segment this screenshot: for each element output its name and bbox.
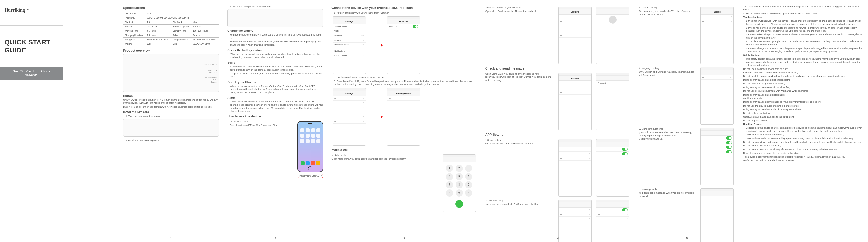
iphone-home-illustration <box>298 121 323 172</box>
row-hotspot: Personal Hotspot <box>334 44 349 46</box>
dial-contacts-p2: Open More Card, select the The contact a… <box>485 10 555 13</box>
ts-5: 5. Can not charge the device: Check the … <box>746 47 864 53</box>
selfie-heading: Selfie <box>227 61 323 64</box>
page-number: 5 <box>686 237 687 240</box>
label-camera: Camera button <box>123 63 217 65</box>
phone-title-settings: Settings <box>333 91 366 96</box>
spec-cell: Weight <box>123 42 145 46</box>
spec-cell: MTK <box>145 11 219 16</box>
handling-4: Do not use the device at a refueling; <box>743 144 864 147</box>
hotspot-state: Off <box>362 44 364 46</box>
safety-2: Do not touch the power cord with wet han… <box>743 75 864 78</box>
brand-header: Hurriking™ <box>0 0 63 26</box>
row-control-center: Control Center <box>334 55 347 57</box>
charge-p1: You need charge the battery if you used … <box>230 33 323 40</box>
phone-sound-screenshot: —› —› —› —› <box>558 139 592 197</box>
more-config-p: you could also set alert when lost, beep… <box>639 131 697 140</box>
camera-setting-p: Open camera, you could selfie With the "… <box>639 10 697 16</box>
phone-title-bt: Bluetooth <box>387 19 420 24</box>
button-heading: Button <box>123 94 219 97</box>
phone-title: Settings <box>333 19 366 24</box>
phone-privacy2-screenshot: — —› —› <box>596 200 629 242</box>
search-phones-p1: When device connected with iPhone, iPad … <box>230 84 323 94</box>
handling-3: Do not use your device in the case may b… <box>743 141 864 144</box>
language-setting-title: 4.Language setting: <box>639 67 697 70</box>
safety-4: Do not bend or damage the power cord; <box>743 82 864 85</box>
troubleshoot-heading: Troubleshooting: <box>743 16 762 19</box>
banner-line2: SM-9001 <box>1 74 62 77</box>
button-p1: On/Off Switch: Press the button for 4S t… <box>123 98 219 105</box>
spec-cell: iPhone\iPod\ iPod Tuch <box>191 38 219 42</box>
spec-cell: iPhone and Valuables <box>145 38 171 42</box>
phone-app-settings-screenshot: Settings —› —› —› —› —› —› <box>333 88 366 146</box>
phone-contact-detail-screenshot: — — <box>596 7 629 64</box>
spec-cell: Lithium ion <box>145 25 171 29</box>
app-setting-heading: APP Setting <box>485 133 630 136</box>
safety-1: Insecure connection can cause electric s… <box>743 71 864 74</box>
install-sim-step1: 1. Take out card pocket with a pin. <box>126 114 219 117</box>
phone-settings-screenshot: Settings Airplane Mode○ Wi-Fi› Bluetooth… <box>333 16 366 74</box>
spec-cell: Bluetooth <box>123 20 145 25</box>
label-led: LED <box>123 78 217 81</box>
cover-panel: Hurriking™ QUICK START GUIDE Dual SimCar… <box>0 0 63 242</box>
phone-msg-reply-screenshot: — — — <box>700 188 734 242</box>
dialpad: 123 456 789 *0# <box>443 162 475 199</box>
ts-2: 2. Phone has connected with device but t… <box>746 26 864 33</box>
spec-cell: 100~120 Hours <box>191 29 219 33</box>
connect-p3: 3. Open More Card APP, More Card will re… <box>334 80 476 86</box>
label-charge: Charge Prot <box>123 69 217 71</box>
page-number: 1 <box>170 237 172 240</box>
toggle-icon <box>726 141 732 144</box>
page-number: 4 <box>557 237 559 240</box>
spec-cell: Battery Capacity <box>171 25 191 29</box>
search-phones-heading: Search your Phones <box>227 80 323 83</box>
phone-title-message: Message <box>559 76 591 81</box>
sound-setting-p: you could set the sound and vibration pa… <box>485 142 555 145</box>
product-banner: Dual SimCard for iPhone SM-9001 <box>0 67 63 80</box>
row-bluetooth: Bluetooth <box>334 34 342 37</box>
label-switch: On/Off Switch <box>123 76 217 78</box>
arrow-icon <box>369 115 383 118</box>
selfie-p2: 2. Open the More Card APP, turn on the c… <box>230 72 323 78</box>
charge-heading: Charge the battery <box>227 29 323 32</box>
banner-line1: Dual SimCard for iPhone <box>1 70 62 73</box>
howto-sub: Install More Card: <box>230 120 295 123</box>
bluetooth-state: On <box>362 34 364 37</box>
device-diagram: Camera button Charge Prot SIM Card On/Of… <box>123 54 219 92</box>
selfie-p1: 1. When device connected with iPhone, iP… <box>230 65 323 72</box>
spec-cell: Selfie <box>171 33 191 38</box>
panel-specs: Specifications CPU BrandMTK Frequency850… <box>119 0 223 242</box>
spec-cell: 4.0 <box>145 20 171 25</box>
handling-5: Do not use the device in the vicinity of… <box>743 148 864 151</box>
brand-name: Hurriking™ <box>5 8 58 13</box>
safety-6: Do not use or touch equipment with wet h… <box>743 90 864 93</box>
phone-camera-setting-screenshot: Setting —› —› —› —› <box>700 7 734 64</box>
safety-8: Avoid short circuit; <box>743 97 864 100</box>
page-number: 3 <box>403 237 405 240</box>
spec-cell: Standby Time <box>171 29 191 33</box>
msg-reply-p: You could send message When you are not … <box>639 192 697 198</box>
phone-privacy-screenshot: —› —› —› <box>558 200 592 242</box>
safety-3: Doing so may cause an electric shock dea… <box>743 78 864 81</box>
connect-heading: Connect the device with your iPhone\iPad… <box>332 6 476 10</box>
toggle-icon <box>622 148 628 151</box>
check-send-heading: Check and send message <box>485 67 630 70</box>
ts-1: 1. the phone will not work with the devi… <box>746 20 864 26</box>
phone-sound2-screenshot: — — <box>596 139 629 197</box>
howto-heading: How to use the device <box>227 114 323 118</box>
handling-0: Do not place the device in a fire, do no… <box>746 126 864 133</box>
spec-cell: 85.0*54.0*4.0mm <box>191 42 219 46</box>
more-config-title: 5. More configurations: <box>639 127 697 130</box>
sim-diagram-1 <box>123 119 219 137</box>
install-sim-step3: 3. Insert the card pocket back the devic… <box>230 5 323 8</box>
phone-bluetooth-screenshot: Bluetooth Bluetooth <box>387 16 420 74</box>
phone-dialpad-screenshot: 123 456 789 *0# <box>442 154 476 212</box>
phone-title-contacts: Contacts <box>559 9 591 14</box>
page-number: 2 <box>274 237 276 240</box>
spec-cell: SIM Card <box>171 20 191 25</box>
ts-4: 4. The distance between your phone and d… <box>746 40 864 46</box>
spec-cell: 4.5 Hours <box>145 29 171 33</box>
check-batt-p1: (Charging the device will automatically … <box>230 53 323 59</box>
toggle-icon <box>726 150 732 153</box>
spec-cell: 2.5 Hours <box>145 33 171 38</box>
